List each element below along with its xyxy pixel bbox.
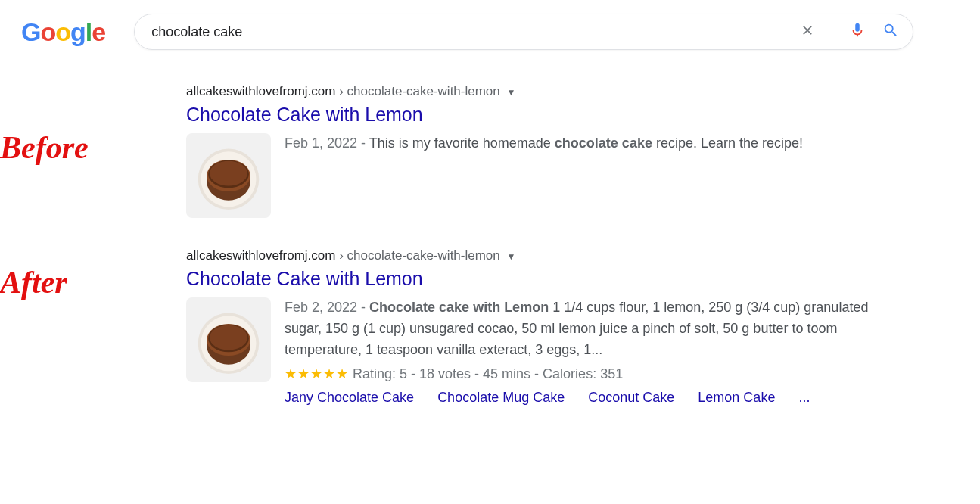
sitelink[interactable]: Coconut Cake [588,390,674,405]
divider [832,22,832,42]
before-badge: Before [0,129,186,166]
side-labels: Before After [0,84,186,436]
result-thumbnail[interactable] [186,297,271,382]
result-title[interactable]: Chocolate Cake with Lemon [186,104,898,126]
sitelink[interactable]: Jany Chocolate Cake [285,390,414,405]
result-path: chocolate-cake-with-lemon [347,248,500,263]
sitelink[interactable]: Chocolate Mug Cake [437,390,565,405]
more-sitelinks[interactable]: ... [798,390,810,405]
search-result: allcakeswithlovefromj.com › chocolate-ca… [186,84,898,218]
result-domain: allcakeswithlovefromj.com [186,248,335,263]
result-path: chocolate-cake-with-lemon [347,84,500,98]
rating-stars-icon: ★★★★★ [285,366,349,381]
search-results: allcakeswithlovefromj.com › chocolate-ca… [186,84,898,436]
after-badge: After [0,264,186,300]
result-domain: allcakeswithlovefromj.com [186,84,335,98]
result-url[interactable]: allcakeswithlovefromj.com › chocolate-ca… [186,84,898,99]
chevron-down-icon[interactable]: ▼ [507,251,516,262]
search-bar[interactable] [134,14,913,50]
search-input[interactable] [151,24,800,40]
result-url[interactable]: allcakeswithlovefromj.com › chocolate-ca… [186,248,898,263]
google-logo[interactable]: Google [21,17,105,47]
search-icon[interactable] [882,22,899,42]
result-snippet: Feb 1, 2022 - This is my favorite homema… [285,133,803,218]
voice-search-icon[interactable] [849,22,866,42]
result-thumbnail[interactable] [186,133,271,218]
result-snippet: Feb 2, 2022 - Chocolate cake with Lemon … [285,297,898,361]
header: Google [0,0,980,64]
clear-icon[interactable] [800,23,815,41]
chevron-down-icon[interactable]: ▼ [507,87,516,98]
result-title[interactable]: Chocolate Cake with Lemon [186,268,898,290]
sitelink[interactable]: Lemon Cake [698,390,775,405]
search-result: allcakeswithlovefromj.com › chocolate-ca… [186,248,898,406]
result-meta: ★★★★★ Rating: 5 - 18 votes - 45 mins - C… [285,366,898,382]
result-sitelinks: Jany Chocolate Cake Chocolate Mug Cake C… [285,390,898,406]
